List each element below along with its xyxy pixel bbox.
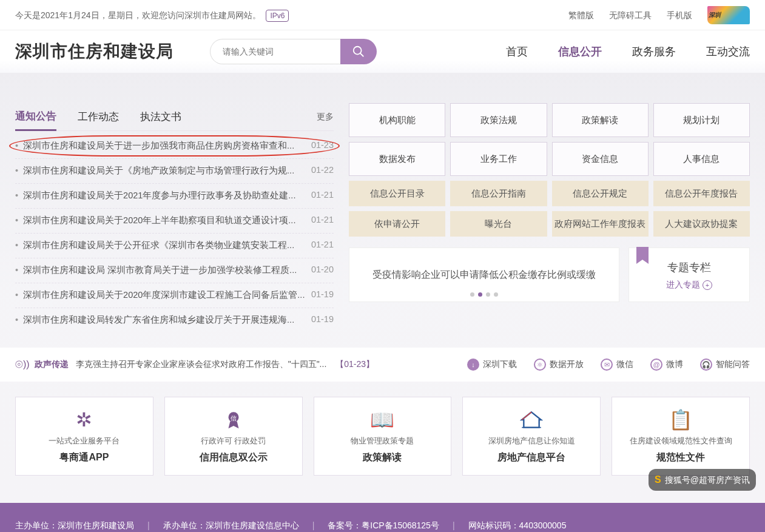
card-icon: ✲ xyxy=(76,409,92,431)
topbar-left: 今天是2021年1月24日，星期日，欢迎您访问深圳市住建局网站。 IPv6 xyxy=(15,0,289,30)
service-card[interactable]: ✲一站式企业服务平台粤商通APP xyxy=(15,397,153,476)
grid-cell[interactable]: 业务工作 xyxy=(450,142,547,176)
news-date: 01-19 xyxy=(311,314,334,326)
bullet-icon: • xyxy=(15,166,18,175)
shenzhen-logo xyxy=(707,6,750,24)
news-date: 01-19 xyxy=(311,289,334,301)
news-list: •深圳市住房和建设局关于进一步加强我市商品住房购房资格审查和...01-23•深… xyxy=(15,131,334,332)
grid-cell[interactable]: 政策解读 xyxy=(552,103,649,137)
news-item[interactable]: •深圳市住房和建设局 深圳市教育局关于进一步加强学校装修工程质...01-20 xyxy=(15,258,334,283)
footer-icp[interactable]: 备案号：粤ICP备15068125号 xyxy=(328,516,439,532)
news-date: 01-21 xyxy=(311,190,334,201)
news-title: 深圳市住房和建设局关于2021年度参与办理行政事务及协助查处建... xyxy=(23,190,295,200)
link-qa[interactable]: 🎧智能问答 xyxy=(700,359,750,371)
news-date: 01-22 xyxy=(311,165,334,177)
news-title: 深圳市住房和建设局转发广东省住房和城乡建设厅关于开展违规海... xyxy=(23,315,294,325)
nav-info[interactable]: 信息公开 xyxy=(558,44,602,59)
news-title: 深圳市住房和建设局关于《房地产政策制定与市场管理行政行为规... xyxy=(23,166,294,175)
tab-more[interactable]: 更多 xyxy=(317,112,334,123)
midbar-news[interactable]: 李克强主持召开专家企业家座谈会征求对政府工作报告、"十四五"... xyxy=(76,359,327,370)
card-sub: 深圳房地产信息让你知道 xyxy=(488,436,575,446)
grid-cell[interactable]: 人大建议政协提案 xyxy=(653,211,750,237)
grid-cell[interactable]: 信息公开年度报告 xyxy=(653,181,750,206)
bullet-icon: • xyxy=(15,190,18,200)
link-traditional[interactable]: 繁體版 xyxy=(568,0,594,30)
grid-cell[interactable]: 机构职能 xyxy=(349,103,445,137)
card-sub: 住房建设领域规范性文件查询 xyxy=(630,436,732,446)
news-item[interactable]: •深圳市住房和建设局关于2021年度参与办理行政事务及协助查处建...01-21 xyxy=(15,183,334,208)
link-dataopen[interactable]: ⚛数据开放 xyxy=(534,359,584,371)
nav-service[interactable]: 政务服务 xyxy=(632,44,676,59)
news-item[interactable]: •深圳市住房和建设局关于公开征求《深圳市各类物业建筑安装工程...01-21 xyxy=(15,233,334,258)
grid-cell[interactable]: 政策法规 xyxy=(450,103,547,137)
carousel-dots xyxy=(470,292,498,297)
service-card[interactable]: 信行政许可 行政处罚信用信息双公示 xyxy=(164,397,303,476)
news-item[interactable]: •深圳市住房和建设局关于《房地产政策制定与市场管理行政行为规...01-22 xyxy=(15,158,334,183)
news-tabs: 通知公告 工作动态 执法文书 更多 xyxy=(15,103,334,131)
tab-work[interactable]: 工作动态 xyxy=(78,104,119,130)
link-mobile[interactable]: 手机版 xyxy=(667,0,692,30)
news-item[interactable]: •深圳市住房和建设局关于进一步加强我市商品住房购房资格审查和...01-23 xyxy=(15,134,334,158)
svg-line-1 xyxy=(360,53,364,57)
card-sub: 行政许可 行政处罚 xyxy=(201,436,266,446)
link-accessibility[interactable]: 无障碍工具 xyxy=(609,0,652,30)
date-text: 今天是2021年1月24日，星期日，欢迎您访问深圳市住建局网站。 xyxy=(15,10,261,20)
news-item[interactable]: •深圳市住房和建设局关于2020年度深圳市建设工程施工合同备后监管...01-1… xyxy=(15,283,334,308)
card-main: 粤商通APP xyxy=(59,451,109,464)
service-card[interactable]: 深圳房地产信息让你知道房地产信息平台 xyxy=(462,397,601,476)
weibo-icon: @ xyxy=(650,359,662,371)
grid-cell[interactable]: 曝光台 xyxy=(450,211,547,237)
bullet-icon: • xyxy=(15,290,18,300)
card-main: 房地产信息平台 xyxy=(497,451,565,464)
main-area: 通知公告 工作动态 执法文书 更多 •深圳市住房和建设局关于进一步加强我市商品住… xyxy=(0,73,765,348)
bullet-icon: • xyxy=(15,265,18,275)
sohu-icon: S xyxy=(655,471,661,489)
dot[interactable] xyxy=(470,292,474,297)
link-download[interactable]: ↓深圳下载 xyxy=(467,359,517,371)
grid-cell[interactable]: 规划计划 xyxy=(653,103,750,137)
card-icon: 📖 xyxy=(370,409,394,431)
wechat-icon: ✉ xyxy=(601,359,613,371)
grid-cell[interactable]: 政府网站工作年度报表 xyxy=(552,211,649,237)
bullet-icon: • xyxy=(15,315,18,325)
news-item[interactable]: •深圳市住房和建设局关于2020年上半年勘察项目和轨道交通设计项...01-21 xyxy=(15,208,334,233)
news-title: 深圳市住房和建设局 深圳市教育局关于进一步加强学校装修工程质... xyxy=(23,265,297,275)
search-box xyxy=(210,39,377,64)
banner-text: 受疫情影响企业可以申请降低公积金缴存比例或缓缴 xyxy=(372,269,596,281)
tab-notice[interactable]: 通知公告 xyxy=(15,103,56,131)
special-column[interactable]: 专题专栏 进入专题 + xyxy=(629,247,750,302)
news-date: 01-23 xyxy=(311,140,334,152)
search-icon xyxy=(352,45,365,58)
news-title: 深圳市住房和建设局关于进一步加强我市商品住房购房资格审查和... xyxy=(23,141,294,150)
service-card[interactable]: 📋住房建设领域规范性文件查询规范性文件 xyxy=(612,397,750,476)
nav-interact[interactable]: 互动交流 xyxy=(706,44,750,59)
service-card[interactable]: 📖物业管理政策专题政策解读 xyxy=(314,397,452,476)
dot[interactable] xyxy=(486,292,490,297)
main-nav: 首页 信息公开 政务服务 互动交流 xyxy=(506,44,750,59)
nav-home[interactable]: 首页 xyxy=(506,44,528,59)
carousel-banner[interactable]: 受疫情影响企业可以申请降低公积金缴存比例或缓缴 xyxy=(349,247,619,302)
grid-cell[interactable]: 依申请公开 xyxy=(349,211,445,237)
grid-cell[interactable]: 人事信息 xyxy=(653,142,750,176)
card-main: 政策解读 xyxy=(363,451,402,464)
link-wechat[interactable]: ✉微信 xyxy=(601,359,633,371)
grid-cell[interactable]: 资金信息 xyxy=(552,142,649,176)
midbar-date: 【01-23】 xyxy=(335,359,374,370)
grid-cell[interactable]: 数据发布 xyxy=(349,142,445,176)
tab-law[interactable]: 执法文书 xyxy=(140,104,181,130)
dot[interactable] xyxy=(494,292,498,297)
grid-cell[interactable]: 信息公开规定 xyxy=(552,181,649,206)
link-weibo[interactable]: @微博 xyxy=(650,359,683,371)
bullet-icon: • xyxy=(15,240,18,250)
right-panel: 机构职能政策法规政策解读规划计划数据发布业务工作资金信息人事信息信息公开目录信息… xyxy=(349,103,750,332)
news-item[interactable]: •深圳市住房和建设局转发广东省住房和城乡建设厅关于开展违规海...01-19 xyxy=(15,308,334,332)
news-title: 深圳市住房和建设局关于2020年度深圳市建设工程施工合同备后监管... xyxy=(23,290,305,300)
dot-active[interactable] xyxy=(478,292,482,297)
grid-cell[interactable]: 信息公开指南 xyxy=(450,181,547,206)
special-enter[interactable]: 进入专题 + xyxy=(629,280,749,291)
qa-icon: 🎧 xyxy=(700,359,712,371)
grid-cell[interactable]: 信息公开目录 xyxy=(349,181,445,206)
news-title: 深圳市住房和建设局关于公开征求《深圳市各类物业建筑安装工程... xyxy=(23,240,294,250)
search-input[interactable] xyxy=(210,39,340,64)
search-button[interactable] xyxy=(340,39,377,64)
